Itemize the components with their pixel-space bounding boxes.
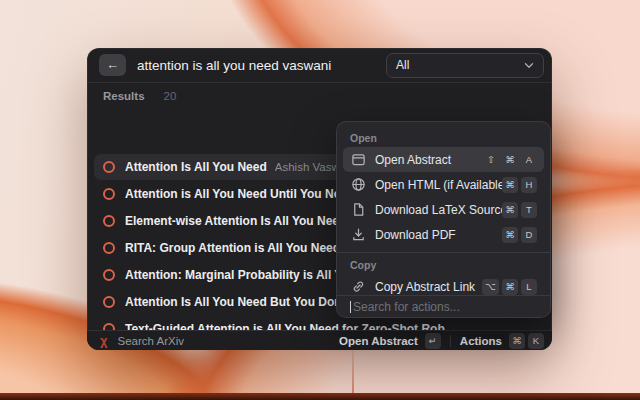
filter-dropdown[interactable]: All: [386, 53, 544, 78]
result-title: Attention Is All You Need: [125, 160, 267, 174]
primary-action-button[interactable]: Open Abstract: [339, 335, 418, 347]
a-key-icon: A: [521, 152, 537, 168]
arxiv-paper-icon: [103, 296, 115, 308]
cmd-key-icon: ⌘: [502, 227, 518, 243]
cmd-key-icon: ⌘: [502, 202, 518, 218]
menu-item-label: Copy Abstract Link: [375, 280, 482, 294]
back-button[interactable]: ←: [99, 54, 126, 76]
wallpaper-bottom-strip: [0, 393, 640, 400]
menu-item-copy-abstract-link[interactable]: Copy Abstract Link ⌥ ⌘ L: [343, 274, 544, 295]
cmd-key-icon: ⌘: [502, 279, 518, 295]
menu-item-open-abstract[interactable]: Open Abstract ⇧ ⌘ A: [343, 147, 544, 172]
actions-menu: Open Open Abstract ⇧ ⌘ A Open HTML (if A…: [336, 121, 551, 318]
results-label: Results: [103, 90, 145, 102]
results-header: Results 20: [87, 85, 552, 106]
arxiv-paper-icon: [103, 215, 115, 227]
actions-search-placeholder: Search for actions...: [353, 300, 460, 314]
actions-search-input[interactable]: Search for actions...: [337, 295, 550, 317]
actions-menu-list: Open Open Abstract ⇧ ⌘ A Open HTML (if A…: [337, 126, 550, 295]
menu-divider: [337, 252, 550, 253]
arxiv-paper-icon: [103, 269, 115, 281]
arxiv-logo: χ: [100, 333, 107, 348]
menu-item-download-pdf[interactable]: Download PDF ⌘ D: [343, 222, 544, 247]
option-key-icon: ⌥: [482, 279, 499, 295]
results-count: 20: [164, 90, 177, 102]
shift-key-icon: ⇧: [483, 152, 499, 168]
menu-section-open: Open: [337, 129, 550, 147]
browser-window-icon: [350, 152, 366, 168]
download-icon: [350, 227, 366, 243]
cmd-key-icon: ⌘: [502, 152, 518, 168]
cmd-key-icon: ⌘: [502, 177, 518, 193]
text-cursor: [350, 301, 351, 313]
l-key-icon: L: [521, 279, 537, 295]
cmd-key-icon: ⌘: [509, 333, 525, 349]
status-bar: χ Search ArXiv Open Abstract ↵ Actions ⌘…: [87, 330, 552, 350]
globe-icon: [350, 177, 366, 193]
link-icon: [350, 279, 366, 295]
chevron-down-icon: [524, 62, 534, 69]
t-key-icon: T: [521, 202, 537, 218]
enter-key-icon: ↵: [425, 333, 441, 349]
h-key-icon: H: [521, 177, 537, 193]
footer-divider: [450, 335, 451, 347]
menu-item-download-latex[interactable]: Download LaTeX Source ⌘ T: [343, 197, 544, 222]
search-input[interactable]: attention is all you need vaswani: [137, 58, 386, 73]
file-document-icon: [350, 202, 366, 218]
actions-button[interactable]: Actions: [460, 335, 502, 347]
menu-item-open-html[interactable]: Open HTML (if Available) ⌘ H: [343, 172, 544, 197]
d-key-icon: D: [521, 227, 537, 243]
menu-item-label: Download LaTeX Source: [375, 203, 502, 217]
menu-item-label: Open Abstract: [375, 153, 483, 167]
result-title: Element-wise Attention Is All You Need: [125, 214, 346, 228]
arxiv-paper-icon: [103, 188, 115, 200]
menu-item-label: Open HTML (if Available): [375, 178, 502, 192]
arxiv-paper-icon: [103, 161, 115, 173]
menu-item-label: Download PDF: [375, 228, 502, 242]
extension-name: Search ArXiv: [117, 335, 339, 347]
filter-dropdown-value: All: [396, 58, 524, 72]
menu-section-copy: Copy: [337, 256, 550, 274]
arxiv-paper-icon: [103, 242, 115, 254]
k-key-icon: K: [528, 333, 544, 349]
search-header: ← attention is all you need vaswani All: [87, 48, 552, 83]
